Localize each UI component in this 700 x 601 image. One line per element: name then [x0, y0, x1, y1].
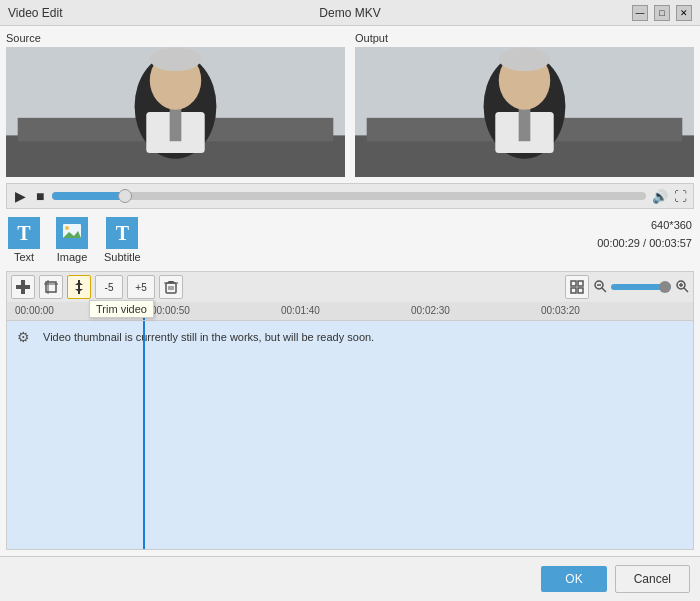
zoom-out-button[interactable] [593, 279, 607, 296]
title-bar: Video Edit Demo MKV — □ ✕ [0, 0, 700, 26]
svg-rect-13 [519, 106, 531, 141]
window-controls[interactable]: — □ ✕ [632, 5, 692, 21]
bottom-bar: OK Cancel [0, 556, 700, 601]
zoom-handle[interactable] [659, 281, 671, 293]
subtitle-tool-button[interactable]: T Subtitle [104, 217, 141, 263]
ok-button[interactable]: OK [541, 566, 606, 592]
timeline-track[interactable]: ⚙ Video thumbnail is currently still in … [6, 320, 694, 550]
source-label: Source [6, 32, 345, 44]
thumbnail-notice-row: ⚙ Video thumbnail is currently still in … [11, 327, 689, 347]
image-tool-label: Image [57, 251, 88, 263]
progress-bar[interactable] [52, 192, 646, 200]
svg-marker-27 [75, 289, 83, 292]
plus5-button[interactable]: +5 [127, 275, 155, 299]
add-track-button[interactable] [11, 275, 35, 299]
zoom-slider[interactable] [611, 284, 671, 290]
output-panel: Output [355, 32, 694, 177]
window-title: Demo MKV [319, 6, 380, 20]
thumbnail-notice-text: Video thumbnail is currently still in th… [43, 331, 374, 343]
image-tool-icon [56, 217, 88, 249]
tools-row: T Text Image T [6, 213, 694, 267]
crop-button[interactable] [39, 275, 63, 299]
app-title: Video Edit [8, 6, 63, 20]
maximize-button[interactable]: □ [654, 5, 670, 21]
output-video [355, 47, 694, 177]
delete-button[interactable] [159, 275, 183, 299]
progress-handle[interactable] [118, 189, 132, 203]
main-content: Source [0, 26, 700, 556]
svg-point-18 [65, 226, 69, 230]
zoom-fit-button[interactable] [565, 275, 589, 299]
output-label: Output [355, 32, 694, 44]
settings-icon: ⚙ [17, 329, 37, 345]
playback-bar: ▶ ■ 🔊 ⛶ [6, 183, 694, 209]
resolution-display: 640*360 [597, 217, 692, 235]
minimize-button[interactable]: — [632, 5, 648, 21]
ruler-mark-4: 00:03:20 [541, 305, 580, 316]
ruler-mark-3: 00:02:30 [411, 305, 450, 316]
stop-button[interactable]: ■ [34, 188, 46, 204]
svg-rect-36 [571, 288, 576, 293]
progress-fill [52, 192, 123, 200]
cancel-button[interactable]: Cancel [615, 565, 690, 593]
source-video [6, 47, 345, 177]
svg-point-7 [150, 48, 201, 71]
trim-button[interactable] [67, 275, 91, 299]
close-button[interactable]: ✕ [676, 5, 692, 21]
subtitle-tool-icon: T [106, 217, 138, 249]
text-tool-icon: T [8, 217, 40, 249]
trim-tooltip: Trim video [89, 300, 154, 318]
subtitle-tool-label: Subtitle [104, 251, 141, 263]
zoom-in-button[interactable] [675, 279, 689, 296]
source-panel: Source [6, 32, 345, 177]
image-tool-button[interactable]: Image [56, 217, 88, 263]
svg-rect-34 [571, 281, 576, 286]
svg-rect-35 [578, 281, 583, 286]
timeline-tools: -5 +5 Trim video [6, 271, 694, 302]
ruler-mark-0: 00:00:00 [15, 305, 54, 316]
volume-button[interactable]: 🔊 [652, 189, 668, 204]
zoom-controls [565, 275, 689, 299]
text-tool-button[interactable]: T Text [8, 217, 40, 263]
ruler-mark-2: 00:01:40 [281, 305, 320, 316]
preview-area: Source [6, 32, 694, 177]
timeline-cursor-track [143, 321, 145, 549]
svg-rect-21 [21, 280, 25, 294]
play-button[interactable]: ▶ [13, 188, 28, 204]
svg-marker-26 [75, 282, 83, 285]
minus5-button[interactable]: -5 [95, 275, 123, 299]
fullscreen-button[interactable]: ⛶ [674, 189, 687, 204]
text-tool-label: Text [14, 251, 34, 263]
svg-rect-33 [168, 281, 174, 283]
svg-point-15 [499, 48, 550, 71]
tool-buttons: T Text Image T [8, 217, 141, 263]
ruler-mark-1: 00:00:50 [151, 305, 190, 316]
svg-line-39 [602, 288, 606, 292]
time-info: 640*360 00:00:29 / 00:03:57 [597, 217, 692, 252]
svg-rect-37 [578, 288, 583, 293]
svg-line-42 [684, 288, 688, 292]
time-display: 00:00:29 / 00:03:57 [597, 235, 692, 253]
svg-rect-5 [170, 106, 182, 141]
